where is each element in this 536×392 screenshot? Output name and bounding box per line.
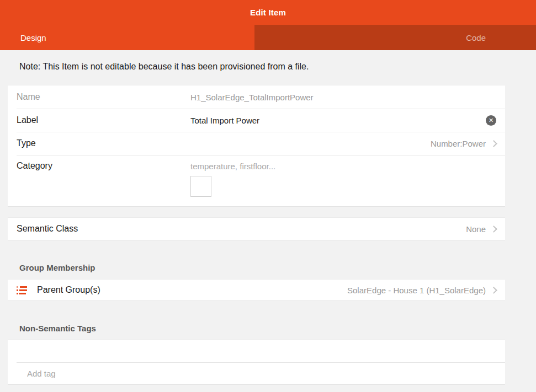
group-membership-heading: Group Membership [19, 263, 517, 272]
tags-card [8, 340, 505, 385]
name-field-row: Name H1_SolarEdge_TotalImportPower [8, 85, 505, 109]
edit-item-dialog: Edit Item Design Code Note: This Item is… [0, 0, 536, 392]
category-field-row: Category [8, 155, 505, 206]
chevron-right-icon [490, 140, 497, 147]
add-tag-row [8, 362, 505, 384]
item-form-card: Name H1_SolarEdge_TotalImportPower Label… [8, 85, 505, 207]
label-field-value[interactable]: Total Import Power [190, 116, 486, 125]
label-field-label: Label [17, 115, 190, 125]
chevron-right-icon [490, 225, 497, 233]
tab-code[interactable]: Code [254, 25, 536, 50]
semantic-class-card: Semantic Class None [8, 217, 505, 240]
add-tag-input[interactable] [17, 369, 496, 378]
category-icon-preview [190, 176, 211, 197]
category-field-area [190, 161, 496, 197]
group-membership-card: Parent Group(s) SolarEdge - House 1 (H1_… [8, 279, 505, 301]
semantic-class-label: Semantic Class [17, 224, 190, 234]
parent-groups-row[interactable]: Parent Group(s) SolarEdge - House 1 (H1_… [8, 280, 505, 300]
tab-design[interactable]: Design [0, 25, 254, 50]
not-editable-note: Note: This Item is not editable because … [19, 61, 517, 72]
name-field-label: Name [17, 92, 190, 102]
type-field-label: Type [17, 138, 190, 148]
type-field-row[interactable]: Type Number:Power [8, 132, 505, 155]
semantic-class-value: None [466, 224, 486, 234]
semantic-class-row[interactable]: Semantic Class None [8, 218, 505, 240]
name-field-value: H1_SolarEdge_TotalImportPower [190, 93, 496, 102]
tab-bar: Design Code [0, 25, 536, 50]
parent-groups-label: Parent Group(s) [37, 285, 100, 295]
clear-label-icon[interactable]: ✕ [486, 115, 496, 126]
list-icon [17, 285, 27, 295]
label-field-row[interactable]: Label Total Import Power ✕ [8, 109, 505, 132]
tab-code-label: Code [466, 33, 486, 42]
navbar: Edit Item [0, 0, 536, 25]
tab-design-label: Design [20, 33, 46, 42]
parent-groups-value: SolarEdge - House 1 (H1_SolarEdge) [347, 286, 486, 295]
type-field-value: Number:Power [431, 139, 486, 148]
chevron-right-icon [490, 287, 497, 294]
category-field-label: Category [17, 161, 190, 171]
non-semantic-tags-heading: Non-Semantic Tags [19, 324, 517, 333]
tags-list-empty [8, 340, 505, 362]
page-title: Edit Item [250, 8, 286, 17]
page-content: Note: This Item is not editable because … [0, 50, 536, 385]
category-input[interactable] [190, 161, 496, 171]
